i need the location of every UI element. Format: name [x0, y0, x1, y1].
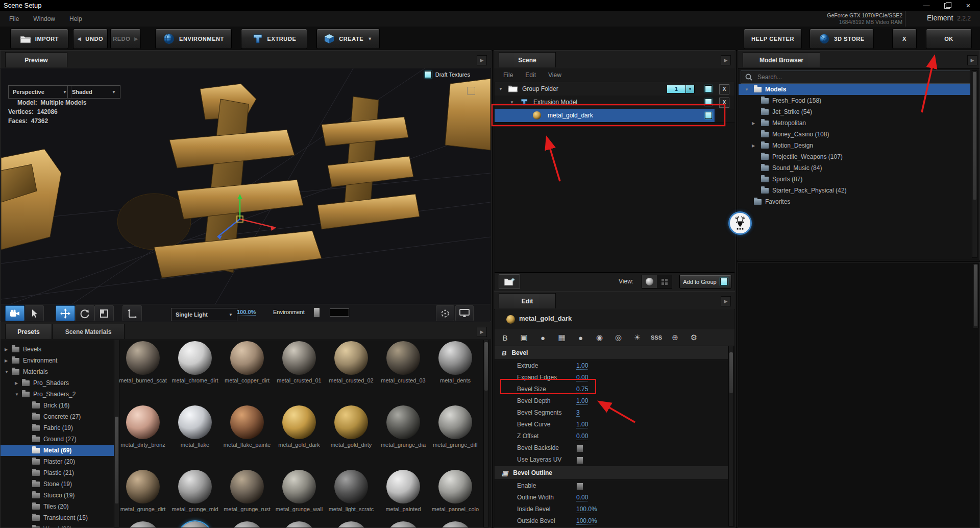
expand-arrow-icon[interactable]: ▶ [5, 347, 8, 352]
param-value[interactable]: 3 [576, 409, 580, 417]
tab-edit[interactable]: Edit [499, 293, 556, 308]
axis-tool-button[interactable] [122, 305, 142, 321]
scene-row-extrusion-model[interactable]: ▼ Extrusion Model X [495, 95, 734, 109]
collapse-arrow-icon[interactable]: ▼ [510, 100, 514, 105]
materials-scrollbar[interactable] [483, 340, 489, 527]
material-item[interactable]: metal_grunge_wall [273, 468, 325, 527]
material-item[interactable] [221, 520, 273, 527]
scrollbar-handle[interactable] [484, 342, 488, 391]
material-item[interactable]: metal_flake_painte [221, 404, 273, 468]
diffuse-icon[interactable]: ● [575, 333, 586, 342]
view-grid-button[interactable] [657, 275, 672, 288]
matte-sphere-icon[interactable]: ● [537, 333, 548, 342]
collapse-arrow-icon[interactable]: ▼ [745, 87, 749, 92]
material-item[interactable] [169, 520, 221, 527]
material-item[interactable]: metal_gold_dirty [325, 404, 377, 468]
material-item[interactable]: metal_chrome_dirt [169, 340, 221, 404]
presets-tree-item[interactable]: ▶Bevels [1, 344, 114, 355]
param-value[interactable]: 0.00 [576, 433, 588, 440]
camera-tool-button[interactable] [5, 305, 24, 321]
material-item[interactable]: metal_copper_dirt [221, 340, 273, 404]
material-item[interactable]: metal_burned_scat [117, 340, 169, 404]
panel-expand-arrow-icon[interactable]: ▶ [477, 327, 487, 337]
param-value[interactable]: 1.00 [576, 421, 588, 428]
environment-color-swatch[interactable] [330, 308, 349, 317]
light-intensity-value[interactable]: 100.0% [237, 309, 256, 316]
model-browser-item[interactable]: Money_Casino (108) [739, 129, 970, 140]
menu-window[interactable]: Window [33, 15, 55, 22]
transparency-icon[interactable]: ◎ [613, 333, 624, 342]
scene-row-material-selected[interactable]: metal_gold_dark [495, 109, 734, 123]
new-group-button[interactable] [499, 274, 520, 289]
material-item[interactable] [117, 520, 169, 527]
visibility-checkbox[interactable] [705, 112, 712, 119]
presets-tree-item[interactable]: ▼Materials [1, 366, 114, 377]
model-browser-item[interactable]: Favorites [739, 196, 970, 207]
scene-menu-view[interactable]: View [548, 71, 561, 79]
view-mode-select[interactable]: Perspective▼ [8, 85, 71, 99]
param-value[interactable]: 0.00 [576, 494, 588, 501]
material-item[interactable]: metal_grunge_diff [429, 404, 481, 468]
scene-menu-file[interactable]: File [503, 71, 513, 79]
expand-arrow-icon[interactable]: ▶ [5, 358, 8, 363]
help-center-button[interactable]: HELP CENTER [744, 29, 802, 49]
visibility-checkbox[interactable] [705, 99, 712, 106]
tab-model-browser[interactable]: Model Browser [743, 52, 820, 67]
material-item[interactable]: metal_crusted_01 [273, 340, 325, 404]
material-item[interactable] [377, 520, 429, 527]
3d-viewport[interactable]: Draft Textures Perspective▼ Shaded▼ Mode… [1, 68, 491, 304]
model-browser-item[interactable]: Starter_Pack_Physical (42) [739, 185, 970, 196]
illumination-icon[interactable]: ☀ [632, 333, 643, 342]
environment-sphere-icon[interactable]: ⊕ [670, 333, 680, 342]
import-button[interactable]: IMPORT [10, 29, 68, 49]
tab-scene[interactable]: Scene [499, 52, 556, 67]
scrollbar-handle[interactable] [973, 72, 976, 200]
select-tool-button[interactable] [24, 305, 44, 321]
material-item[interactable]: metal_grunge_mid [169, 468, 221, 527]
param-value[interactable]: 1.00 [576, 362, 588, 370]
add-to-group-checkbox[interactable] [720, 278, 728, 285]
restore-button[interactable] [939, 1, 954, 10]
presets-tree-item[interactable]: Brick (16) [1, 400, 114, 411]
panel-expand-arrow-icon[interactable]: ▶ [967, 55, 977, 65]
view-spheres-button[interactable] [642, 275, 657, 288]
material-item[interactable]: metal_grunge_dirt [117, 468, 169, 527]
delete-button[interactable]: X [719, 98, 729, 108]
panel-expand-arrow-icon[interactable]: ▶ [721, 55, 731, 65]
material-item[interactable]: metal_dirty_bronz [117, 404, 169, 468]
ok-button[interactable]: OK [926, 29, 972, 49]
param-value[interactable]: 0.00 [576, 374, 588, 381]
expand-arrow-icon[interactable]: ▶ [752, 121, 755, 126]
presets-tree-item[interactable]: Fabric (19) [1, 422, 114, 434]
shade-mode-select[interactable]: Shaded▼ [67, 85, 120, 99]
fullscreen-icon[interactable] [467, 87, 475, 95]
presets-tree-item[interactable]: Metal (69) [1, 445, 114, 456]
advanced-settings-icon[interactable]: ⚙ [689, 333, 699, 342]
scale-tool-button[interactable] [94, 305, 114, 321]
model-browser-item[interactable]: Fresh_Food (158) [739, 95, 970, 106]
screen-mode-button[interactable] [455, 305, 474, 321]
undo-button[interactable]: ◀UNDO [73, 29, 108, 49]
panel-expand-arrow-icon[interactable]: ▶ [477, 55, 487, 65]
close-button[interactable]: × [961, 1, 976, 10]
tab-scene-materials[interactable]: Scene Materials [52, 324, 125, 339]
model-browser-item[interactable]: ▶Motion_Design [739, 140, 970, 151]
material-item[interactable]: metal_painted [377, 468, 429, 527]
extrude-button[interactable]: EXTRUDE [241, 29, 307, 49]
delete-button[interactable]: X [719, 84, 729, 94]
presets-tree-item[interactable]: Wood (38) [1, 523, 114, 527]
model-browser-item[interactable]: Sound_Music (84) [739, 162, 970, 174]
collapse-arrow-icon[interactable]: ▼ [5, 370, 9, 374]
presets-tree-item[interactable]: Tiles (20) [1, 501, 114, 512]
material-item[interactable]: metal_crusted_03 [377, 340, 429, 404]
menu-file[interactable]: File [9, 15, 19, 22]
browser-scrollbar[interactable] [972, 70, 977, 258]
redo-button[interactable]: REDO▶ [110, 29, 141, 49]
sss-icon[interactable]: SSS [651, 334, 662, 341]
model-browser-item[interactable]: ▶Metropolitan [739, 117, 970, 129]
material-item[interactable] [325, 520, 377, 527]
param-checkbox[interactable] [576, 457, 583, 464]
presets-tree-item[interactable]: ▶Pro_Shaders [1, 377, 114, 389]
material-item[interactable]: metal_grunge_rust [221, 468, 273, 527]
material-item[interactable] [429, 520, 481, 527]
